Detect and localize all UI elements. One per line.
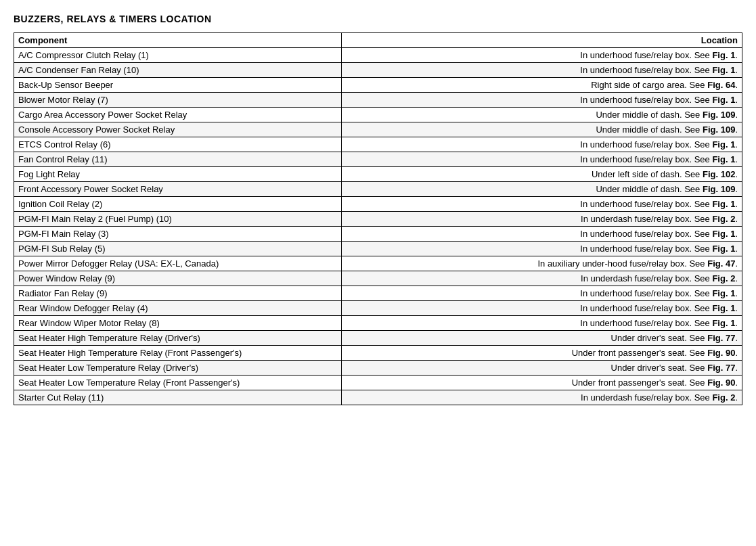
location-end: .	[735, 184, 738, 194]
location-fig: Fig. 109	[703, 124, 735, 135]
location-fig: Fig. 90	[707, 348, 735, 358]
location-end: .	[735, 363, 738, 373]
location-text: Under front passenger's seat. See	[572, 378, 707, 388]
location-cell: In underhood fuse/relay box. See Fig. 1.	[342, 93, 742, 108]
table-row: Seat Heater High Temperature Relay (Fron…	[14, 346, 742, 361]
location-end: .	[735, 348, 738, 358]
component-cell: Rear Window Defogger Relay (4)	[14, 301, 342, 316]
component-cell: Power Mirror Defogger Relay (USA: EX-L, …	[14, 256, 342, 271]
component-cell: Seat Heater Low Temperature Relay (Drive…	[14, 361, 342, 376]
table-row: A/C Compressor Clutch Relay (1)In underh…	[14, 48, 742, 63]
location-fig: Fig. 1	[712, 288, 735, 298]
location-text: Under middle of dash. See	[596, 124, 703, 135]
location-cell: In underhood fuse/relay box. See Fig. 1.	[342, 301, 742, 316]
location-cell: In auxiliary under-hood fuse/relay box. …	[342, 256, 742, 271]
location-text: Under front passenger's seat. See	[572, 348, 707, 358]
location-end: .	[735, 303, 738, 313]
location-cell: Under front passenger's seat. See Fig. 9…	[342, 346, 742, 361]
component-cell: Ignition Coil Relay (2)	[14, 197, 342, 212]
location-fig: Fig. 1	[712, 229, 735, 239]
location-cell: In underdash fuse/relay box. See Fig. 2.	[342, 212, 742, 227]
location-text: In underhood fuse/relay box. See	[580, 50, 712, 60]
component-cell: Back-Up Sensor Beeper	[14, 78, 342, 93]
location-end: .	[735, 80, 738, 90]
table-row: ETCS Control Relay (6)In underhood fuse/…	[14, 137, 742, 152]
component-cell: A/C Condenser Fan Relay (10)	[14, 63, 342, 78]
location-text: In underdash fuse/relay box. See	[581, 214, 712, 224]
location-fig: Fig. 2	[712, 214, 735, 224]
location-text: In underhood fuse/relay box. See	[580, 154, 712, 164]
location-cell: In underhood fuse/relay box. See Fig. 1.	[342, 227, 742, 242]
location-end: .	[735, 378, 738, 388]
location-fig: Fig. 1	[712, 244, 735, 254]
location-cell: In underhood fuse/relay box. See Fig. 1.	[342, 152, 742, 167]
component-cell: Cargo Area Accessory Power Socket Relay	[14, 108, 342, 122]
location-text: Under driver's seat. See	[611, 333, 708, 343]
table-row: Seat Heater Low Temperature Relay (Front…	[14, 376, 742, 390]
location-end: .	[735, 199, 738, 209]
location-end: .	[735, 139, 738, 150]
location-end: .	[735, 154, 738, 164]
location-cell: Under driver's seat. See Fig. 77.	[342, 331, 742, 346]
location-fig: Fig. 2	[712, 392, 735, 403]
component-cell: Fog Light Relay	[14, 167, 342, 182]
table-row: A/C Condenser Fan Relay (10)In underhood…	[14, 63, 742, 78]
location-end: .	[735, 273, 738, 283]
table-row: Seat Heater Low Temperature Relay (Drive…	[14, 361, 742, 376]
table-row: Back-Up Sensor BeeperRight side of cargo…	[14, 78, 742, 93]
location-text: In underhood fuse/relay box. See	[580, 288, 712, 298]
location-fig: Fig. 1	[712, 50, 735, 60]
table-row: Rear Window Wiper Motor Relay (8)In unde…	[14, 316, 742, 331]
location-end: .	[735, 95, 738, 105]
location-fig: Fig. 1	[712, 139, 735, 150]
location-text: In underhood fuse/relay box. See	[580, 199, 712, 209]
component-cell: Rear Window Wiper Motor Relay (8)	[14, 316, 342, 331]
component-cell: Console Accessory Power Socket Relay	[14, 122, 342, 137]
location-cell: In underhood fuse/relay box. See Fig. 1.	[342, 286, 742, 301]
location-text: In underdash fuse/relay box. See	[581, 392, 712, 403]
table-row: Seat Heater High Temperature Relay (Driv…	[14, 331, 742, 346]
location-cell: Under front passenger's seat. See Fig. 9…	[342, 376, 742, 390]
location-cell: In underhood fuse/relay box. See Fig. 1.	[342, 63, 742, 78]
component-cell: Power Window Relay (9)	[14, 271, 342, 286]
location-text: In underdash fuse/relay box. See	[581, 273, 712, 283]
location-text: Under middle of dash. See	[596, 110, 703, 120]
location-end: .	[735, 288, 738, 298]
component-header: Component	[14, 33, 342, 48]
location-fig: Fig. 102	[703, 169, 735, 179]
table-row: Blower Motor Relay (7)In underhood fuse/…	[14, 93, 742, 108]
location-end: .	[735, 318, 738, 328]
component-cell: PGM-FI Main Relay 2 (Fuel Pump) (10)	[14, 212, 342, 227]
component-cell: Fan Control Relay (11)	[14, 152, 342, 167]
table-row: Console Accessory Power Socket RelayUnde…	[14, 122, 742, 137]
location-fig: Fig. 77	[707, 333, 735, 343]
location-end: .	[735, 214, 738, 224]
location-text: In underhood fuse/relay box. See	[580, 318, 712, 328]
table-row: Front Accessory Power Socket RelayUnder …	[14, 182, 742, 197]
location-end: .	[735, 244, 738, 254]
component-cell: Seat Heater High Temperature Relay (Driv…	[14, 331, 342, 346]
location-end: .	[735, 333, 738, 343]
location-text: In auxiliary under-hood fuse/relay box. …	[537, 258, 707, 269]
location-fig: Fig. 90	[707, 378, 735, 388]
table-row: Starter Cut Relay (11)In underdash fuse/…	[14, 390, 742, 405]
location-cell: In underhood fuse/relay box. See Fig. 1.	[342, 137, 742, 152]
location-end: .	[735, 258, 738, 269]
location-cell: In underhood fuse/relay box. See Fig. 1.	[342, 197, 742, 212]
table-row: Power Mirror Defogger Relay (USA: EX-L, …	[14, 256, 742, 271]
location-cell: In underdash fuse/relay box. See Fig. 2.	[342, 271, 742, 286]
location-cell: Under middle of dash. See Fig. 109.	[342, 122, 742, 137]
location-cell: Under middle of dash. See Fig. 109.	[342, 108, 742, 122]
location-cell: Under middle of dash. See Fig. 109.	[342, 182, 742, 197]
location-end: .	[735, 392, 738, 403]
location-cell: Right side of cargo area. See Fig. 64.	[342, 78, 742, 93]
component-cell: PGM-FI Sub Relay (5)	[14, 242, 342, 256]
buzzers-relays-timers-table: Component Location A/C Compressor Clutch…	[14, 32, 742, 405]
location-cell: In underdash fuse/relay box. See Fig. 2.	[342, 390, 742, 405]
location-text: In underhood fuse/relay box. See	[580, 244, 712, 254]
location-fig: Fig. 47	[707, 258, 735, 269]
location-fig: Fig. 1	[712, 199, 735, 209]
location-fig: Fig. 1	[712, 95, 735, 105]
table-row: PGM-FI Sub Relay (5)In underhood fuse/re…	[14, 242, 742, 256]
location-end: .	[735, 50, 738, 60]
